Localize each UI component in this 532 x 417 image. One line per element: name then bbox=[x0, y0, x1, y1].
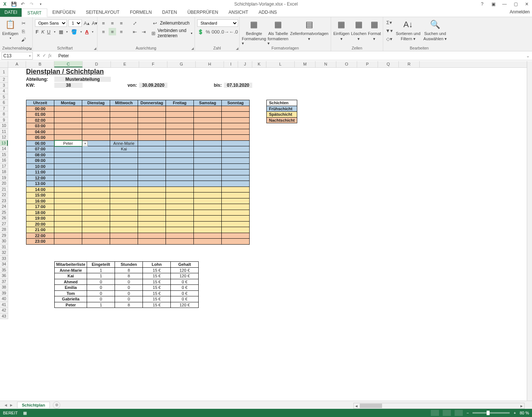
staff-cell[interactable]: 15 € bbox=[143, 267, 171, 273]
row-header[interactable]: 15 bbox=[0, 152, 8, 158]
tab-file[interactable]: DATEI bbox=[0, 8, 22, 17]
sched-cell[interactable] bbox=[222, 146, 250, 152]
col-header-J[interactable]: J bbox=[238, 61, 252, 67]
sched-cell[interactable] bbox=[82, 135, 110, 141]
sched-cell[interactable] bbox=[138, 106, 166, 112]
sched-cell[interactable] bbox=[82, 106, 110, 112]
sched-cell[interactable] bbox=[110, 181, 138, 187]
zoom-out-icon[interactable]: − bbox=[467, 411, 469, 415]
row-header[interactable]: 34 bbox=[0, 261, 8, 267]
sched-cell[interactable] bbox=[194, 227, 222, 233]
time-cell[interactable]: 15:00 bbox=[26, 192, 54, 198]
fontcolor-dd-icon[interactable]: ▾ bbox=[90, 28, 95, 35]
time-cell[interactable]: 19:00 bbox=[26, 216, 54, 222]
sched-cell[interactable] bbox=[222, 158, 250, 164]
close-icon[interactable]: ✕ bbox=[523, 1, 531, 7]
italic-button[interactable]: K bbox=[41, 28, 45, 35]
time-cell[interactable]: 10:00 bbox=[26, 163, 54, 169]
sched-cell[interactable] bbox=[166, 123, 194, 129]
staff-cell[interactable]: 0 bbox=[115, 290, 143, 296]
sched-cell[interactable] bbox=[166, 187, 194, 192]
format-as-table-button[interactable]: ▦ Als Tabelle formatieren ▾ bbox=[267, 19, 288, 46]
format-cells-button[interactable]: ▦Format▾ bbox=[368, 19, 381, 41]
row-header[interactable]: 1 bbox=[0, 68, 8, 77]
row-header[interactable]: 14 bbox=[0, 146, 8, 152]
tab-review[interactable]: ÜBERPRÜFEN bbox=[182, 8, 224, 17]
tab-insert[interactable]: EINFÜGEN bbox=[47, 8, 81, 17]
chevron-down-icon[interactable]: ▾ bbox=[29, 54, 31, 58]
row-header[interactable]: 22 bbox=[0, 192, 8, 198]
col-header-D[interactable]: D bbox=[83, 61, 111, 67]
staff-cell[interactable]: Peter bbox=[55, 302, 87, 308]
tab-pagelayout[interactable]: SEITENLAYOUT bbox=[81, 8, 125, 17]
sched-cell[interactable]: Peter▾ bbox=[54, 140, 82, 146]
grow-font-icon[interactable]: A▴ bbox=[83, 19, 90, 27]
sched-cell[interactable] bbox=[110, 233, 138, 239]
sched-cell[interactable] bbox=[222, 112, 250, 118]
sched-cell[interactable] bbox=[138, 181, 166, 187]
to-value[interactable]: 07.10.2020 bbox=[224, 83, 252, 88]
col-header-B[interactable]: B bbox=[26, 61, 54, 67]
row-headers[interactable]: 1234567891011121314151617181920212223242… bbox=[0, 68, 8, 319]
sched-cell[interactable] bbox=[82, 227, 110, 233]
time-cell[interactable]: 11:00 bbox=[26, 169, 54, 175]
sched-cell[interactable] bbox=[222, 175, 250, 181]
formula-input[interactable]: Peter bbox=[54, 53, 532, 58]
expand-formula-icon[interactable]: ⌄ bbox=[526, 53, 530, 58]
time-cell[interactable]: 18:00 bbox=[26, 210, 54, 216]
row-header[interactable]: 41 bbox=[0, 302, 8, 308]
time-cell[interactable]: 06:00 bbox=[26, 140, 54, 146]
staff-cell[interactable]: 1 bbox=[87, 273, 115, 279]
view-page-icon[interactable] bbox=[443, 410, 451, 416]
sched-cell[interactable] bbox=[166, 210, 194, 216]
sched-cell[interactable] bbox=[222, 140, 250, 146]
staff-table[interactable]: MitarbeiterlisteEingeteiltStundenLohnGeh… bbox=[54, 261, 199, 308]
fill-icon[interactable]: ▼▾ bbox=[385, 27, 393, 34]
col-header-C[interactable]: C bbox=[54, 61, 83, 67]
row-header[interactable]: 19 bbox=[0, 175, 8, 181]
sched-cell[interactable] bbox=[194, 158, 222, 164]
staff-cell[interactable]: 0 € bbox=[171, 285, 199, 291]
zoom-level[interactable]: 80 % bbox=[520, 411, 529, 415]
merge-center-button[interactable]: ⊞ Verbinden und zentrieren ▾ bbox=[151, 28, 192, 38]
time-cell[interactable]: 00:00 bbox=[26, 106, 54, 112]
font-color-icon[interactable]: A bbox=[85, 28, 89, 35]
row-header[interactable]: 20 bbox=[0, 181, 8, 187]
font-name-combo[interactable]: Open Sans bbox=[35, 19, 67, 27]
sched-cell[interactable] bbox=[166, 227, 194, 233]
sched-cell[interactable] bbox=[166, 135, 194, 141]
sched-cell[interactable] bbox=[166, 233, 194, 239]
staff-cell[interactable]: 8 bbox=[115, 302, 143, 308]
sched-cell[interactable] bbox=[82, 146, 110, 152]
column-headers[interactable]: ABCDEFGHIJKLMNOPQR bbox=[0, 61, 527, 68]
sched-cell[interactable] bbox=[82, 221, 110, 227]
staff-cell[interactable]: 15 € bbox=[143, 279, 171, 285]
staff-cell[interactable]: 15 € bbox=[143, 285, 171, 291]
sched-cell[interactable] bbox=[110, 221, 138, 227]
sched-cell[interactable] bbox=[54, 227, 82, 233]
delete-cells-button[interactable]: ▦Löschen▾ bbox=[351, 19, 366, 41]
row-header[interactable]: 11 bbox=[0, 129, 8, 135]
indent-inc-icon[interactable]: ⇥ bbox=[140, 28, 147, 35]
sched-cell[interactable] bbox=[110, 123, 138, 129]
time-cell[interactable]: 16:00 bbox=[26, 198, 54, 204]
sched-cell[interactable] bbox=[138, 239, 166, 245]
time-cell[interactable]: 20:00 bbox=[26, 221, 54, 227]
tab-view[interactable]: ANSICHT bbox=[223, 8, 253, 17]
row-header[interactable]: 17 bbox=[0, 163, 8, 169]
row-header[interactable]: 8 bbox=[0, 111, 8, 117]
sched-cell[interactable] bbox=[110, 117, 138, 123]
cut-icon[interactable]: ✂ bbox=[20, 19, 27, 27]
sched-cell[interactable] bbox=[222, 129, 250, 135]
signin-link[interactable]: Anmelden bbox=[510, 9, 530, 15]
staff-cell[interactable]: 120 € bbox=[171, 273, 199, 279]
time-cell[interactable]: 14:00 bbox=[26, 187, 54, 192]
col-header-L[interactable]: L bbox=[266, 61, 295, 67]
staff-cell[interactable]: 15 € bbox=[143, 290, 171, 296]
time-cell[interactable]: 02:00 bbox=[26, 117, 54, 123]
zoom-in-icon[interactable]: + bbox=[513, 411, 516, 415]
dec-decimal-icon[interactable]: ←.0 bbox=[230, 28, 237, 35]
sched-cell[interactable] bbox=[110, 175, 138, 181]
time-cell[interactable]: 07:00 bbox=[26, 146, 54, 152]
staff-cell[interactable]: 0 bbox=[87, 279, 115, 285]
